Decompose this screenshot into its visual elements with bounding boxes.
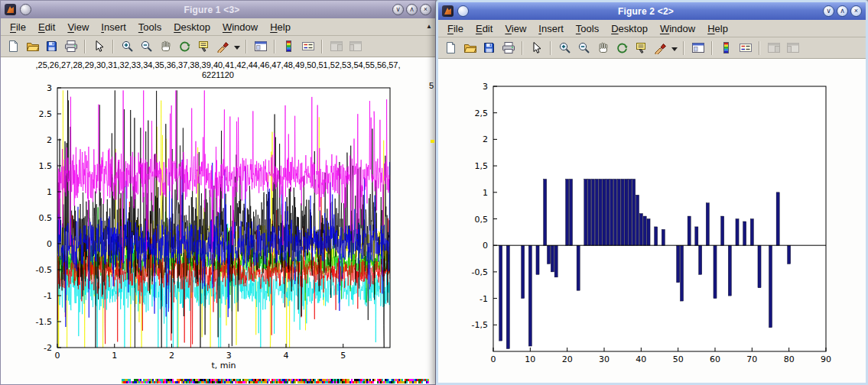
svg-text:3: 3: [47, 83, 52, 93]
bar: [522, 245, 525, 298]
window-controls: ∨∧×: [823, 5, 862, 17]
menu-view[interactable]: View: [499, 21, 532, 37]
svg-text:0: 0: [55, 351, 60, 361]
window-title: Figure 2 <2>: [473, 6, 819, 17]
menu-edit[interactable]: Edit: [470, 21, 499, 37]
svg-text:2: 2: [483, 134, 488, 144]
bar-plot[interactable]: 010203040506070809032,521,510,50-0,5-1-1…: [438, 59, 866, 383]
bar: [721, 216, 724, 245]
figure1-titlebar[interactable]: Figure 1 <3> ∨∧×: [1, 1, 435, 18]
pan-icon[interactable]: [157, 37, 174, 55]
print-figure-icon[interactable]: [499, 39, 517, 57]
bar: [680, 245, 683, 301]
window-menu-button[interactable]: [457, 5, 469, 17]
minimize-button[interactable]: ∨: [823, 5, 834, 17]
bar: [528, 245, 532, 346]
menu-tools[interactable]: Tools: [570, 21, 605, 37]
zoom-out-icon[interactable]: [575, 39, 593, 57]
menu-window[interactable]: Window: [654, 21, 701, 37]
bar: [547, 245, 550, 264]
menu-view[interactable]: View: [61, 19, 95, 35]
menu-insert[interactable]: Insert: [532, 21, 570, 37]
svg-text:-1: -1: [480, 294, 488, 304]
bar: [603, 179, 606, 245]
insert-legend-icon[interactable]: [299, 37, 317, 55]
data-cursor-icon[interactable]: [632, 39, 650, 57]
brush-dropdown-icon[interactable]: [671, 39, 678, 57]
svg-text:1: 1: [112, 351, 117, 361]
close-button[interactable]: ×: [420, 4, 431, 15]
bar: [769, 245, 772, 328]
zoom-out-icon[interactable]: [138, 37, 155, 55]
figure1-menubar: FileEditViewInsertToolsDesktopWindowHelp…: [1, 18, 435, 36]
minimize-button[interactable]: ∨: [392, 4, 404, 15]
bar: [632, 179, 636, 245]
new-figure-icon[interactable]: [442, 39, 460, 57]
rotate-3d-icon[interactable]: [613, 39, 631, 57]
edit-plot-icon[interactable]: [528, 39, 545, 57]
svg-text:2,5: 2,5: [475, 108, 489, 118]
partially-visible-color-strip: [122, 379, 429, 383]
window-menu-button[interactable]: [20, 4, 31, 15]
menu-edit[interactable]: Edit: [32, 19, 61, 35]
matlab-icon: [442, 5, 454, 17]
zoom-in-icon[interactable]: [556, 39, 574, 57]
insert-colorbar-icon[interactable]: [280, 37, 297, 55]
print-figure-icon[interactable]: [62, 37, 80, 55]
bar: [584, 179, 587, 245]
brush-dropdown-icon[interactable]: [233, 37, 241, 55]
occluded-plot-fragment: [431, 140, 434, 143]
svg-text:50: 50: [673, 354, 684, 364]
menu-help[interactable]: Help: [701, 21, 734, 37]
menu-help[interactable]: Help: [264, 19, 297, 35]
menu-window[interactable]: Window: [216, 19, 264, 35]
save-figure-icon[interactable]: [480, 39, 498, 57]
bar: [610, 179, 613, 245]
window-title: Figure 1 <3>: [35, 5, 388, 15]
pan-icon[interactable]: [594, 39, 612, 57]
menu-file[interactable]: File: [441, 21, 470, 37]
menubar-overflow-icon[interactable]: ▲: [426, 24, 432, 30]
link-plot-icon[interactable]: [252, 37, 269, 55]
rotate-3d-icon[interactable]: [176, 37, 193, 55]
menu-desktop[interactable]: Desktop: [167, 19, 216, 35]
link-plot-icon[interactable]: [689, 39, 707, 57]
figure2-titlebar[interactable]: Figure 2 <2> ∨∧×: [438, 2, 866, 20]
menu-tools[interactable]: Tools: [132, 19, 167, 35]
svg-text:-1.5: -1.5: [36, 317, 52, 327]
bar: [714, 245, 717, 298]
show-plot-tools-icon: [784, 39, 801, 57]
brush-icon[interactable]: [214, 37, 232, 55]
maximize-button[interactable]: ∧: [837, 5, 848, 17]
close-button[interactable]: ×: [850, 5, 862, 17]
svg-text:70: 70: [746, 354, 757, 364]
open-file-icon[interactable]: [24, 37, 41, 55]
svg-text:10: 10: [525, 354, 535, 364]
save-figure-icon[interactable]: [43, 37, 60, 55]
window-controls: ∨∧×: [392, 4, 431, 15]
bar: [499, 245, 502, 341]
svg-text:2: 2: [47, 135, 52, 145]
figure2-toolbar: [438, 37, 866, 59]
menu-insert[interactable]: Insert: [95, 19, 132, 35]
bar: [750, 219, 753, 246]
menu-file[interactable]: File: [4, 19, 32, 35]
noise-line-plot[interactable]: 01234532.521.510.50-0.5-1-1.5-2t, min: [1, 57, 435, 384]
toolbar-separator: [711, 41, 713, 55]
svg-text:3: 3: [226, 351, 232, 361]
svg-text:0: 0: [491, 354, 496, 364]
svg-text:-0.5: -0.5: [36, 265, 52, 275]
bar: [695, 227, 698, 245]
brush-icon[interactable]: [652, 39, 669, 57]
insert-colorbar-icon[interactable]: [717, 39, 735, 57]
edit-plot-icon[interactable]: [90, 37, 108, 55]
new-figure-icon[interactable]: [5, 37, 22, 55]
toolbar-separator: [112, 40, 114, 53]
insert-legend-icon[interactable]: [736, 39, 754, 57]
menu-desktop[interactable]: Desktop: [605, 21, 654, 37]
zoom-in-icon[interactable]: [119, 37, 136, 55]
data-cursor-icon[interactable]: [195, 37, 213, 55]
bar: [536, 245, 539, 274]
open-file-icon[interactable]: [461, 39, 479, 57]
maximize-button[interactable]: ∧: [406, 4, 418, 15]
